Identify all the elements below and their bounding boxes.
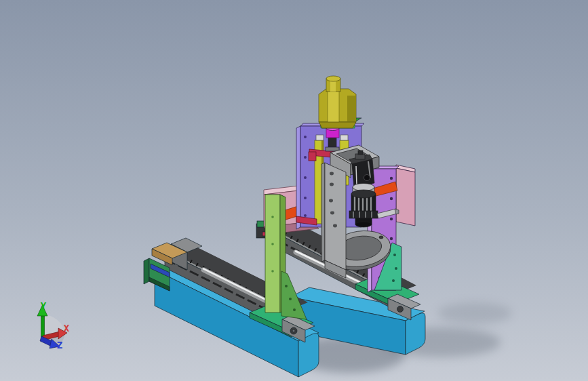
ring-bolt-hole [379,236,383,239]
z-motor-facet [328,90,339,122]
z-axis-label: Z [57,340,62,350]
coupling-stem [328,138,336,148]
carriage-plate [325,163,346,270]
left-motor-side [144,258,149,284]
shadow-blob [437,302,512,324]
clamp-block [309,152,316,161]
crossbeam-right-face [396,168,415,226]
drum-tip-bottom [355,222,372,227]
x-axis-label: X [64,323,70,334]
3d-viewport[interactable]: Y X Z [0,0,588,381]
z-plate-left-edge [296,126,300,229]
z-motor-skirt [319,122,356,128]
left-column-face [265,195,280,313]
z-motor-cap-top [326,76,340,81]
cad-window: Y X Z [0,0,588,381]
left-end-block-shaft [292,329,295,332]
guide-cap-left [316,135,324,140]
y-axis-label: Y [41,300,47,311]
servo-knob [358,151,363,155]
right-end-block-bore [397,306,404,313]
drum-top [351,190,376,198]
guide-cap-right [340,135,348,140]
servo-lens [364,175,370,181]
servo-glint [356,166,357,185]
z-motor-shade [347,96,356,122]
carriage-plate-edge [321,163,325,262]
y-axis-shaft [41,315,45,338]
